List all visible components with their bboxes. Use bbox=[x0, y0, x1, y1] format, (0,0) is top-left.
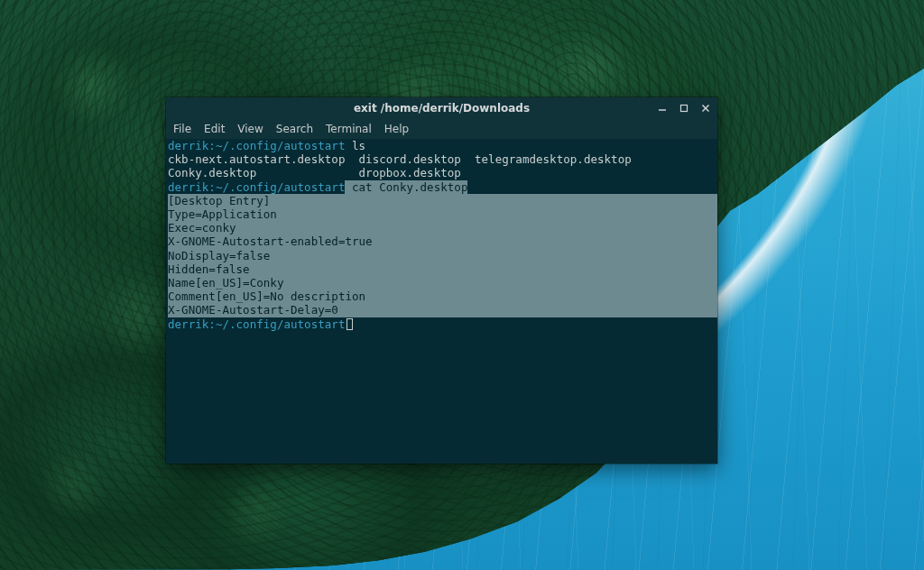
command-ls: ls bbox=[345, 139, 365, 152]
terminal-line: Conky.desktop dropbox.desktop bbox=[168, 166, 716, 179]
cat-output: Type=Application bbox=[168, 207, 717, 221]
terminal-line: X-GNOME-Autostart-enabled=true bbox=[168, 234, 716, 248]
terminal-line: derrik:~/.config/autostart ls bbox=[168, 139, 716, 152]
cat-output: X-GNOME-Autostart-enabled=true bbox=[168, 234, 717, 248]
terminal-line: derrik:~/.config/autostart cat Conky.des… bbox=[168, 180, 716, 194]
cat-output: Exec=conky bbox=[168, 221, 717, 234]
cursor-icon bbox=[346, 318, 353, 330]
menu-terminal[interactable]: Terminal bbox=[326, 123, 372, 135]
menu-view[interactable]: View bbox=[237, 123, 263, 135]
menu-search[interactable]: Search bbox=[276, 123, 313, 135]
prompt: derrik:~/.config/autostart bbox=[168, 180, 345, 194]
maximize-icon bbox=[679, 104, 688, 113]
prompt: derrik:~/.config/autostart bbox=[168, 317, 345, 331]
cat-output: [Desktop Entry] bbox=[168, 194, 717, 207]
cat-output: Name[en_US]=Conky bbox=[168, 276, 717, 290]
terminal-body[interactable]: derrik:~/.config/autostart ls ckb-next.a… bbox=[166, 139, 717, 464]
terminal-line: Comment[en_US]=No description bbox=[168, 290, 716, 303]
terminal-line: derrik:~/.config/autostart bbox=[168, 317, 716, 331]
terminal-line: X-GNOME-Autostart-Delay=0 bbox=[168, 303, 716, 317]
menu-bar: File Edit View Search Terminal Help bbox=[166, 119, 717, 139]
terminal-line: Exec=conky bbox=[168, 221, 716, 234]
prompt: derrik:~/.config/autostart bbox=[168, 139, 345, 152]
ls-output: Conky.desktop dropbox.desktop bbox=[168, 166, 461, 179]
svg-rect-1 bbox=[681, 106, 688, 112]
maximize-button[interactable] bbox=[678, 102, 690, 115]
terminal-window: exit /home/derrik/Downloads File Edit Vi… bbox=[166, 97, 717, 464]
terminal-line: [Desktop Entry] bbox=[168, 194, 716, 207]
menu-edit[interactable]: Edit bbox=[204, 123, 225, 135]
terminal-line: Type=Application bbox=[168, 207, 716, 221]
close-icon bbox=[701, 104, 710, 113]
minimize-icon bbox=[658, 104, 667, 113]
minimize-button[interactable] bbox=[656, 102, 669, 115]
cat-output: Comment[en_US]=No description bbox=[168, 290, 717, 303]
ls-output: ckb-next.autostart.desktop discord.deskt… bbox=[168, 152, 632, 166]
terminal-line: Hidden=false bbox=[168, 262, 716, 276]
menu-help[interactable]: Help bbox=[384, 123, 409, 135]
menu-file[interactable]: File bbox=[173, 123, 191, 135]
terminal-line: ckb-next.autostart.desktop discord.deskt… bbox=[168, 152, 716, 166]
window-title-bar[interactable]: exit /home/derrik/Downloads bbox=[166, 97, 717, 119]
cat-output: Hidden=false bbox=[168, 262, 717, 276]
cat-output: X-GNOME-Autostart-Delay=0 bbox=[168, 303, 717, 317]
close-button[interactable] bbox=[699, 102, 712, 115]
window-controls bbox=[656, 97, 712, 119]
cat-output: NoDisplay=false bbox=[168, 249, 717, 262]
window-title: exit /home/derrik/Downloads bbox=[354, 102, 530, 115]
terminal-line: NoDisplay=false bbox=[168, 249, 716, 262]
command-cat: cat Conky.desktop bbox=[345, 180, 467, 194]
terminal-line: Name[en_US]=Conky bbox=[168, 276, 716, 290]
